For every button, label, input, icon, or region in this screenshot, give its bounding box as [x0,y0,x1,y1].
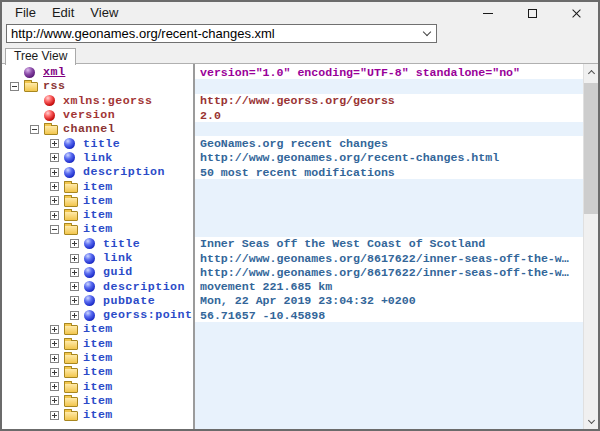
menu-edit[interactable]: Edit [44,3,82,23]
close-button[interactable] [554,2,598,24]
expand-expander-icon[interactable] [50,396,59,405]
value-row-empty[interactable] [195,179,583,193]
attribute-icon [44,109,58,121]
value-row[interactable]: http://www.geonames.org/8617622/inner-se… [195,265,583,279]
value-row[interactable]: version="1.0" encoding="UTF-8" standalon… [195,65,583,79]
tree-node-item[interactable]: item [2,380,193,394]
tree-node-item[interactable]: item [2,337,193,351]
tree-node-label: georss:point [103,308,193,322]
value-row[interactable]: movement 221.685 km [195,279,583,293]
expand-expander-icon[interactable] [70,296,79,305]
value-row[interactable]: GeoNames.org recent changes [195,136,583,150]
minimize-icon [483,13,493,14]
element-icon [84,266,98,278]
url-input[interactable] [7,26,417,41]
value-row[interactable]: Inner Seas off the West Coast of Scotlan… [195,237,583,251]
collapse-expander-icon[interactable] [10,82,19,91]
value-row[interactable]: http://www.geonames.org/recent-changes.h… [195,151,583,165]
collapse-expander-icon[interactable] [30,125,39,134]
expand-expander-icon[interactable] [50,368,59,377]
tree-node-element[interactable]: title [2,237,193,251]
expand-expander-icon[interactable] [50,211,59,220]
tab-bar: Tree View [2,45,598,63]
tree-node-attribute[interactable]: xmlns:georss [2,94,193,108]
expand-expander-icon[interactable] [50,153,59,162]
value-row-empty[interactable] [195,122,583,136]
value-row[interactable]: http://www.geonames.org/8617622/inner-se… [195,251,583,265]
url-combobox[interactable] [6,24,437,43]
expand-expander-icon[interactable] [70,282,79,291]
value-text: http://www.geonames.org/recent-changes.h… [200,151,499,164]
folder-icon [64,352,78,364]
tree-node-element[interactable]: georss:point [2,308,193,322]
expand-expander-icon[interactable] [70,254,79,263]
expand-expander-icon[interactable] [50,139,59,148]
tree-node-element[interactable]: description [2,165,193,179]
expand-expander-icon[interactable] [70,239,79,248]
value-row-empty[interactable] [195,351,583,365]
tab-tree-view[interactable]: Tree View [5,48,76,65]
tree-node-element[interactable]: title [2,136,193,150]
value-row-empty[interactable] [195,322,583,336]
value-row-empty[interactable] [195,365,583,379]
tree-node-item[interactable]: item [2,179,193,193]
expand-expander-icon[interactable] [50,382,59,391]
value-row-empty[interactable] [195,208,583,222]
value-row[interactable]: http://www.georss.org/georss [195,94,583,108]
tree-node-element[interactable]: guid [2,265,193,279]
expand-expander-icon[interactable] [70,311,79,320]
expand-expander-icon[interactable] [70,268,79,277]
value-row[interactable]: 2.0 [195,108,583,122]
tree-node-item[interactable]: item [2,322,193,336]
menu-view[interactable]: View [82,3,126,23]
expand-expander-icon[interactable] [50,168,59,177]
folder-icon [64,195,78,207]
value-row-empty[interactable] [195,380,583,394]
menu-file[interactable]: File [7,3,44,23]
tree-node-item[interactable]: item [2,208,193,222]
tree-node-element[interactable]: description [2,279,193,293]
element-icon [64,138,78,150]
tree-node-item[interactable]: item [2,365,193,379]
value-row-empty[interactable] [195,194,583,208]
tree-node-attribute[interactable]: version [2,108,193,122]
scroll-up-button[interactable] [584,64,598,80]
scroll-down-button[interactable] [584,413,598,429]
collapse-expander-icon[interactable] [50,225,59,234]
tree-node-xml[interactable]: xml [2,65,193,79]
scrollbar-thumb[interactable] [584,83,598,214]
value-row-empty[interactable] [195,79,583,93]
expand-expander-icon[interactable] [50,411,59,420]
tree-node-element[interactable]: link [2,151,193,165]
tree-node-label: xmlns:georss [63,94,153,108]
expand-expander-icon[interactable] [50,354,59,363]
maximize-button[interactable] [510,2,554,24]
vertical-scrollbar[interactable] [583,64,598,429]
tree-node-item[interactable]: item [2,194,193,208]
value-row-empty[interactable] [195,222,583,236]
value-row[interactable]: 56.71657 -10.45898 [195,308,583,322]
tree-node-element[interactable]: link [2,251,193,265]
value-row[interactable]: Mon, 22 Apr 2019 23:04:32 +0200 [195,294,583,308]
combobox-dropdown-button[interactable] [417,25,436,42]
tree-node-label: title [103,237,140,251]
tree-node-element[interactable]: pubDate [2,294,193,308]
value-row[interactable]: 50 most recent modifications [195,165,583,179]
minimize-button[interactable] [466,2,510,24]
xml-declaration-icon [24,66,38,78]
tree-node-item[interactable]: item [2,408,193,422]
expand-expander-icon[interactable] [50,196,59,205]
tree-node-rss[interactable]: rss [2,79,193,93]
expand-expander-icon[interactable] [50,325,59,334]
tree-node-item[interactable]: item [2,351,193,365]
folder-icon [64,381,78,393]
value-row-empty[interactable] [195,394,583,408]
expand-expander-icon[interactable] [50,339,59,348]
tree-node-channel[interactable]: channel [2,122,193,136]
expand-expander-icon[interactable] [50,182,59,191]
tree-node-item-expanded[interactable]: item [2,222,193,236]
value-row-empty[interactable] [195,408,583,422]
value-row-empty[interactable] [195,337,583,351]
tree-node-item[interactable]: item [2,394,193,408]
app-window: File Edit View Tree View xml rss xmlns:g… [0,0,600,431]
